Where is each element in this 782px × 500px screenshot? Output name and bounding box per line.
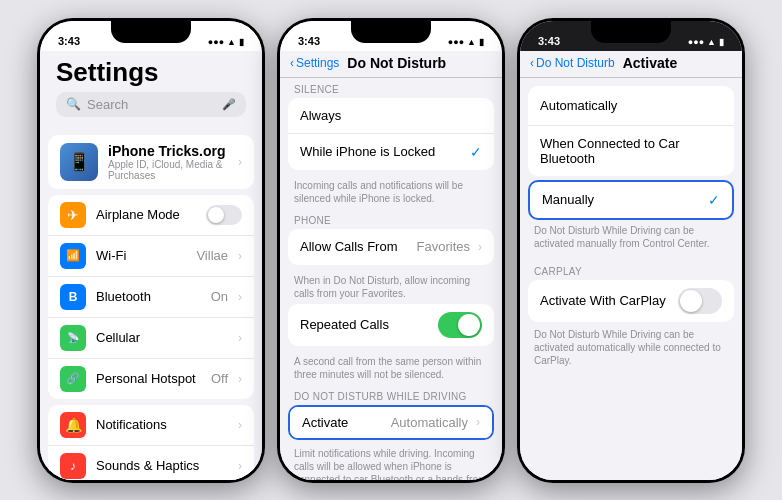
signal-icon-2: ●●● (448, 37, 464, 47)
repeated-calls-toggle[interactable] (438, 312, 482, 338)
phone-group: Allow Calls From Favorites › (288, 229, 494, 265)
automatically-label: Automatically (540, 98, 722, 113)
nav-title-3: Activate (623, 55, 677, 71)
hotspot-chevron: › (238, 372, 242, 386)
allow-calls-value: Favorites (417, 239, 470, 254)
sounds-chevron: › (238, 459, 242, 473)
signal-icon: ●●● (208, 37, 224, 47)
activate-options-group: Automatically When Connected to Car Blue… (528, 86, 734, 176)
activate-chevron: › (476, 415, 480, 429)
sounds-label: Sounds & Haptics (96, 458, 228, 473)
wifi-icon-2: ▲ (467, 37, 476, 47)
hotspot-row[interactable]: 🔗 Personal Hotspot Off › (48, 359, 254, 399)
repeated-calls-row[interactable]: Repeated Calls (288, 304, 494, 346)
phone-subtext: When in Do Not Disturb, allow incoming c… (280, 271, 502, 304)
phone-dnd: 3:43 ●●● ▲ ▮ ‹ Settings Do Not Disturb S… (277, 18, 505, 483)
apple-id-row[interactable]: 📱 iPhone Tricks.org Apple ID, iCloud, Me… (48, 135, 254, 189)
allow-calls-row[interactable]: Allow Calls From Favorites › (288, 229, 494, 265)
cellular-row[interactable]: 📡 Cellular › (48, 318, 254, 359)
manually-label: Manually (542, 192, 708, 207)
airplane-toggle[interactable] (206, 205, 242, 225)
search-icon: 🔍 (66, 97, 81, 111)
bluetooth-chevron: › (238, 290, 242, 304)
allow-calls-chevron: › (478, 240, 482, 254)
apple-id-icon: 📱 (60, 143, 98, 181)
bluetooth-icon: B (60, 284, 86, 310)
wifi-icon: ▲ (227, 37, 236, 47)
always-row[interactable]: Always (288, 98, 494, 134)
carplay-subtext: Do Not Disturb While Driving can be acti… (520, 326, 742, 373)
nav-title-2: Do Not Disturb (347, 55, 446, 71)
phone-activate: 3:43 ●●● ▲ ▮ ‹ Do Not Disturb Activate A… (517, 18, 745, 483)
airplane-icon: ✈ (60, 202, 86, 228)
car-bluetooth-label: When Connected to Car Bluetooth (540, 136, 722, 166)
phones-container: 3:43 ●●● ▲ ▮ Settings 🔍 Search 🎤 (27, 8, 755, 493)
status-icons-3: ●●● ▲ ▮ (688, 37, 724, 47)
wifi-icon-3: ▲ (707, 37, 716, 47)
cellular-chevron: › (238, 331, 242, 345)
sounds-row[interactable]: ♪ Sounds & Haptics › (48, 446, 254, 480)
time-3: 3:43 (538, 35, 560, 47)
repeated-calls-label: Repeated Calls (300, 317, 430, 332)
car-bluetooth-row[interactable]: When Connected to Car Bluetooth (528, 126, 734, 176)
manually-checkmark: ✓ (708, 192, 720, 208)
bluetooth-value: On (211, 289, 228, 304)
nav-back-3[interactable]: ‹ Do Not Disturb (530, 56, 615, 70)
phone-settings: 3:43 ●●● ▲ ▮ Settings 🔍 Search 🎤 (37, 18, 265, 483)
wifi-row[interactable]: 📶 Wi-Fi Villae › (48, 236, 254, 277)
hotspot-label: Personal Hotspot (96, 371, 201, 386)
carplay-label: CARPLAY (520, 260, 742, 280)
settings-section-1: ✈ Airplane Mode 📶 Wi-Fi Villae › B (48, 195, 254, 399)
activate-screen: ‹ Do Not Disturb Activate Automatically … (520, 51, 742, 480)
time-2: 3:43 (298, 35, 320, 47)
nav-back-2[interactable]: ‹ Settings (290, 56, 339, 70)
notch-2 (351, 21, 431, 43)
search-bar[interactable]: 🔍 Search 🎤 (56, 92, 246, 117)
manually-row[interactable]: Manually ✓ (528, 180, 734, 220)
airplane-mode-row[interactable]: ✈ Airplane Mode (48, 195, 254, 236)
bluetooth-row[interactable]: B Bluetooth On › (48, 277, 254, 318)
activate-label: Activate (302, 415, 383, 430)
apple-id-text: iPhone Tricks.org Apple ID, iCloud, Medi… (108, 143, 228, 181)
carplay-toggle[interactable] (678, 288, 722, 314)
battery-icon: ▮ (239, 37, 244, 47)
status-icons-1: ●●● ▲ ▮ (208, 37, 244, 47)
phone-label: PHONE (280, 209, 502, 229)
cellular-label: Cellular (96, 330, 228, 345)
airplane-label: Airplane Mode (96, 207, 196, 222)
sounds-icon: ♪ (60, 453, 86, 479)
notifications-label: Notifications (96, 417, 228, 432)
silence-group: Always While iPhone is Locked ✓ (288, 98, 494, 170)
search-placeholder: Search (87, 97, 128, 112)
apple-id-sub: Apple ID, iCloud, Media & Purchases (108, 159, 228, 181)
carplay-activate-label: Activate With CarPlay (540, 293, 670, 308)
notifications-row[interactable]: 🔔 Notifications › (48, 405, 254, 446)
activate-value: Automatically (391, 415, 468, 430)
notch-3 (591, 21, 671, 43)
hotspot-icon: 🔗 (60, 366, 86, 392)
hotspot-value: Off (211, 371, 228, 386)
settings-title: Settings (56, 57, 246, 88)
notifications-icon: 🔔 (60, 412, 86, 438)
carplay-row[interactable]: Activate With CarPlay (528, 280, 734, 322)
driving-label: DO NOT DISTURB WHILE DRIVING (280, 385, 502, 405)
wifi-label: Wi-Fi (96, 248, 186, 263)
automatically-row[interactable]: Automatically (528, 86, 734, 126)
time-1: 3:43 (58, 35, 80, 47)
battery-icon-3: ▮ (719, 37, 724, 47)
silence-label: SILENCE (280, 78, 502, 98)
silence-subtext: Incoming calls and notifications will be… (280, 176, 502, 209)
driving-subtext: Limit notifications while driving. Incom… (280, 444, 502, 480)
nav-bar-2: ‹ Settings Do Not Disturb (280, 51, 502, 78)
locked-check: ✓ (470, 144, 482, 160)
locked-label: While iPhone is Locked (300, 144, 462, 159)
settings-section-2: 🔔 Notifications › ♪ Sounds & Haptics › 🌙… (48, 405, 254, 480)
manually-subtext: Do Not Disturb While Driving can be acti… (520, 222, 742, 256)
allow-calls-label: Allow Calls From (300, 239, 409, 254)
locked-row[interactable]: While iPhone is Locked ✓ (288, 134, 494, 170)
activate-row[interactable]: Activate Automatically › (290, 407, 492, 438)
wifi-icon-row: 📶 (60, 243, 86, 269)
apple-id-name: iPhone Tricks.org (108, 143, 228, 159)
wifi-value: Villae (196, 248, 228, 263)
mic-icon: 🎤 (222, 98, 236, 111)
